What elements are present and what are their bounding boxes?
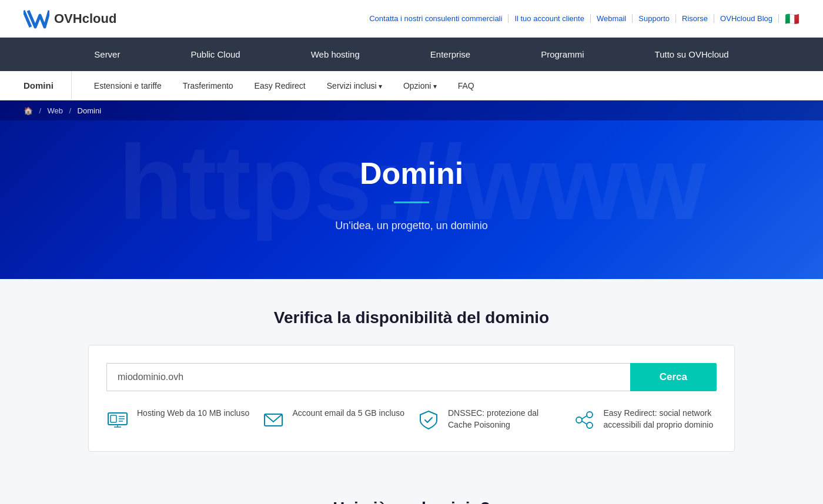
home-icon: 🏠 [24,106,33,115]
top-links: Contatta i nostri consulenti commerciali… [363,12,799,26]
feature-hosting-text: Hosting Web da 10 MB incluso [137,408,249,419]
search-section-title: Verifica la disponibilità del dominio [24,308,799,327]
nav-enterprise[interactable]: Enterprise [395,38,506,71]
email-icon [262,409,285,434]
have-domain-section: Hai già un dominio? Rinnovalo Trasferisc… [24,487,799,504]
breadcrumb-web[interactable]: Web [48,106,63,115]
logo-area[interactable]: OVHcloud [24,8,116,29]
feature-redirect-text: Easy Redirect: social network accessibil… [604,408,717,431]
sub-nav: Domini Estensioni e tariffe Trasferiment… [0,71,823,100]
feature-redirect: Easy Redirect: social network accessibil… [573,408,717,434]
subnav-faq[interactable]: FAQ [447,72,485,100]
feature-dnssec: DNSSEC: protezione dal Cache Poisoning [417,408,561,434]
search-button[interactable]: Cerca [630,363,717,391]
search-card: Cerca Hosting Web da 10 [88,345,735,452]
svg-point-9 [576,417,582,423]
main-content: Verifica la disponibilità del dominio Ce… [0,279,823,504]
support-link[interactable]: Supporto [633,14,676,23]
flag-icon: 🇮🇹 [785,12,799,26]
contact-link[interactable]: Contatta i nostri consulenti commerciali [363,14,508,23]
feature-email: Account email da 5 GB incluso [262,408,406,434]
account-link[interactable]: Il tuo account cliente [508,14,591,23]
main-nav: Server Public Cloud Web hosting Enterpri… [0,38,823,71]
features-row: Hosting Web da 10 MB incluso Account ema… [106,408,717,434]
hero-content: https://www Domini Un'idea, un progetto,… [0,120,823,244]
svg-rect-1 [111,415,116,422]
svg-line-13 [582,421,587,424]
redirect-icon [573,409,595,434]
feature-email-text: Account email da 5 GB incluso [293,408,405,419]
subnav-servizi[interactable]: Servizi inclusi [316,72,393,100]
nav-tutto[interactable]: Tutto su OVHcloud [620,38,764,71]
feature-dnssec-text: DNSSEC: protezione dal Cache Poisoning [448,408,561,431]
nav-public-cloud[interactable]: Public Cloud [155,38,275,71]
webmail-link[interactable]: Webmail [591,14,633,23]
blog-link[interactable]: OVHcloud Blog [714,14,779,23]
search-row: Cerca [106,363,717,391]
hosting-icon [106,409,129,434]
risorse-link[interactable]: Risorse [676,14,714,23]
shield-icon [417,409,440,434]
nav-web-hosting[interactable]: Web hosting [276,38,395,71]
hero-divider [394,201,429,203]
search-input[interactable] [106,363,630,391]
svg-point-10 [587,412,593,418]
hero-title: Domini [24,156,799,191]
subnav-easy-redirect[interactable]: Easy Redirect [244,72,316,100]
nav-server[interactable]: Server [59,38,155,71]
have-domain-title: Hai già un dominio? [24,499,799,504]
top-bar: OVHcloud Contatta i nostri consulenti co… [0,0,823,38]
hero-subtitle: Un'idea, un progetto, un dominio [24,220,799,232]
breadcrumb-sep-1: / [39,106,41,115]
feature-hosting: Hosting Web da 10 MB incluso [106,408,250,434]
ovh-logo-icon [24,8,49,29]
svg-line-12 [582,416,587,419]
breadcrumb: 🏠 / Web / Domini [0,100,823,120]
hero-section: Domini Estensioni e tariffe Trasferiment… [0,71,823,279]
svg-point-11 [587,422,593,428]
breadcrumb-current: Domini [78,106,101,115]
subnav-estensioni[interactable]: Estensioni e tariffe [83,72,172,100]
breadcrumb-sep-2: / [69,106,71,115]
sub-brand: Domini [24,71,72,100]
nav-programmi[interactable]: Programmi [506,38,619,71]
logo-text: OVHcloud [54,11,116,26]
subnav-opzioni[interactable]: Opzioni [393,72,447,100]
subnav-trasferimento[interactable]: Trasferimento [172,72,244,100]
